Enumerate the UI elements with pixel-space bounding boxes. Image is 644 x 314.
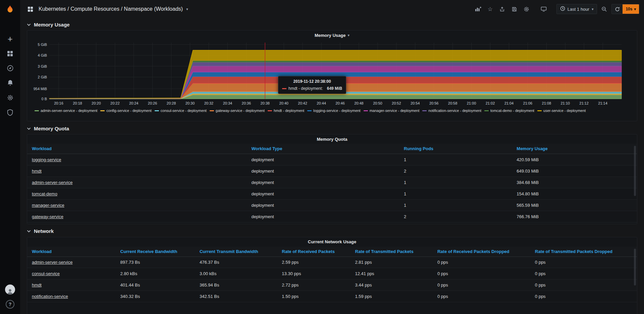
table-cell: deployment [247,211,399,222]
workload-link[interactable]: gateway-service [32,214,63,219]
time-range-button[interactable]: Last 1 hour ▾ [556,4,597,14]
column-header[interactable]: Memory Usage [512,144,637,154]
chevron-down-icon [27,22,31,27]
legend-label: hmdt - deployment [274,109,304,113]
chevron-down-icon [27,229,31,234]
legend-label: user-service - deployment [543,109,586,113]
table-cell: 401.44 Bs [116,279,195,291]
svg-text:20:58: 20:58 [448,101,458,105]
table-cell: 2.81 pps [351,257,433,268]
refresh-icon[interactable] [612,4,623,14]
svg-text:21:02: 21:02 [486,101,495,105]
svg-text:20:18: 20:18 [73,101,82,105]
chevron-down-icon [27,126,31,131]
legend-item[interactable]: consul-service - deployment [155,109,207,113]
legend-item[interactable]: notification-service - deployment [422,109,481,113]
workload-link[interactable]: admin-server-service [32,260,72,265]
legend-item[interactable]: hmdt - deployment [268,109,304,113]
memory-usage-chart[interactable]: 20:1620:1820:2020:2220:2420:2620:2820:30… [30,40,629,107]
column-header[interactable]: Workload Type [247,144,399,154]
table-scrollbar[interactable] [634,146,636,196]
column-header[interactable]: Rate of Received Packets [277,247,350,257]
workload-link[interactable]: hmdt [32,282,42,288]
svg-text:2 GiB: 2 GiB [38,75,47,79]
column-header[interactable]: Rate of Transmitted Packets Dropped [530,247,637,257]
row-header-memory-usage[interactable]: Memory Usage [27,19,637,30]
legend-item[interactable]: logging-service - deployment [307,109,361,113]
column-header[interactable]: Current Receive Bandwidth [116,247,195,257]
workload-link[interactable]: logging-service [32,157,61,162]
legend-label: manager-service - deployment [370,109,420,113]
help-icon[interactable]: ? [6,300,14,309]
legend-item[interactable]: config-service - deployment [100,109,152,113]
explore-compass-icon[interactable] [3,63,17,73]
memory-usage-chart-area[interactable]: 20:1620:1820:2020:2220:2420:2620:2820:30… [30,40,634,107]
create-plus-icon[interactable]: + [3,34,17,44]
zoom-out-icon[interactable] [599,4,609,14]
dashboards-icon[interactable] [3,48,17,59]
table-cell: deployment [247,177,399,188]
time-range-label: Last 1 hour [568,7,589,12]
legend-swatch [422,110,427,111]
table-cell: 340.32 Bs [116,291,195,302]
table-row: admin-server-servicedeployment1384.68 Mi… [27,177,637,188]
add-panel-icon[interactable] [473,4,483,14]
table-cell: 1.59 pps [351,291,433,302]
table-cell: 1 [399,188,512,199]
column-header[interactable]: Rate of Transmitted Packets [351,247,433,257]
svg-text:21:08: 21:08 [542,101,551,105]
alerting-bell-icon[interactable] [3,78,17,88]
legend-item[interactable]: gateway-service - deployment [210,109,265,113]
save-icon[interactable] [509,4,519,14]
legend-label: config-service - deployment [106,109,152,113]
table-scrollbar[interactable] [634,249,636,286]
legend-item[interactable]: tomcat-demo - deployment [484,109,534,113]
sidebar-menu: + [3,34,17,118]
column-header[interactable]: Current Transmit Bandwidth [195,247,277,257]
dashboard-content: Memory Usage Memory Usage ▾ 20:1620:1820… [20,18,644,314]
workload-link[interactable]: tomcat-demo [32,191,57,196]
column-header[interactable]: Workload [27,144,247,154]
column-header[interactable]: Workload [27,247,116,257]
legend-item[interactable]: manager-service - deployment [364,109,420,113]
dashboard-title-button[interactable]: Kubernetes / Compute Resources / Namespa… [25,4,188,14]
table-cell: deployment [247,154,399,165]
workload-link[interactable]: manager-service [32,203,64,208]
table-cell: deployment [247,165,399,177]
memory-quota-panel-menu[interactable]: Memory Quota [27,134,637,144]
table-cell: 420.59 MiB [512,154,637,165]
configuration-gear-icon[interactable] [3,92,17,103]
legend-item[interactable]: user-service - deployment [537,109,586,113]
memory-usage-panel: Memory Usage ▾ 20:1620:1820:2020:2220:24… [27,30,637,121]
svg-text:20:48: 20:48 [354,101,364,105]
table-cell: 565.59 MiB [512,199,637,211]
refresh-picker: 10s ▾ [611,4,639,14]
share-icon[interactable] [497,4,507,14]
clock-icon [560,6,565,12]
refresh-interval-button[interactable]: 10s ▾ [623,4,639,14]
grafana-logo-icon[interactable] [0,0,20,19]
server-admin-shield-icon[interactable] [3,107,17,118]
workload-link[interactable]: consul-service [32,271,60,276]
table-row: tomcat-demodeployment1154.80 MiB [27,188,637,199]
svg-text:20:30: 20:30 [185,101,195,105]
memory-usage-panel-menu[interactable]: Memory Usage ▾ [30,30,634,40]
table-cell: 12.41 pps [351,268,433,279]
settings-gear-icon[interactable] [522,4,531,14]
svg-text:5 GiB: 5 GiB [38,43,47,47]
row-title: Memory Usage [34,22,70,27]
user-avatar[interactable] [5,285,15,295]
workload-link[interactable]: hmdt [32,169,42,174]
legend-item[interactable]: admin-server-service - deployment [35,109,97,113]
column-header[interactable]: Running Pods [399,144,512,154]
row-header-memory-quota[interactable]: Memory Quota [27,123,637,134]
table-header-row: WorkloadWorkload TypeRunning PodsMemory … [27,144,637,154]
row-header-network[interactable]: Network [27,226,637,237]
column-header[interactable]: Rate of Received Packets Dropped [433,247,530,257]
cycle-view-monitor-icon[interactable] [539,4,549,14]
network-panel-menu[interactable]: Current Network Usage [27,237,637,247]
workload-link[interactable]: notification-service [32,294,68,299]
workload-link[interactable]: admin-server-service [32,180,72,185]
star-icon[interactable]: ☆ [485,4,495,14]
svg-text:20:20: 20:20 [92,101,101,105]
